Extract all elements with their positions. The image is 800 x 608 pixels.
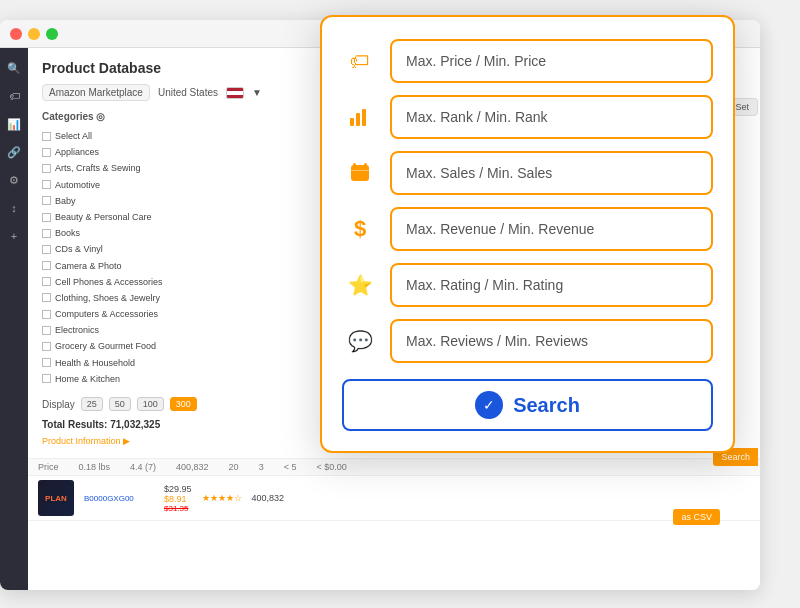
sidebar-icon-move[interactable]: ↕ — [4, 198, 24, 218]
search-button[interactable]: ✓ Search — [342, 379, 713, 431]
filter-row-rating: ⭐ Max. Rating / Min. Rating — [342, 263, 713, 307]
display-100[interactable]: 100 — [137, 397, 164, 411]
sidebar-icon-link[interactable]: 🔗 — [4, 142, 24, 162]
table-row: PLAN B0000GXG00 $29.95 $8.91 $31.35 ★★★★… — [28, 476, 760, 521]
maximize-dot[interactable] — [46, 28, 58, 40]
sidebar-icon-chart[interactable]: 📊 — [4, 114, 24, 134]
revenue-label: Max. Revenue / Min. Revenue — [406, 221, 594, 237]
rating-input[interactable]: Max. Rating / Min. Rating — [390, 263, 713, 307]
display-50[interactable]: 50 — [109, 397, 131, 411]
reviews-label: Max. Reviews / Min. Reviews — [406, 333, 588, 349]
sidebar-icon-tag[interactable]: 🏷 — [4, 86, 24, 106]
display-25[interactable]: 25 — [81, 397, 103, 411]
filter-row-reviews: 💬 Max. Reviews / Min. Reviews — [342, 319, 713, 363]
price-label: Max. Price / Min. Price — [406, 53, 546, 69]
rating-icon: ⭐ — [342, 267, 378, 303]
download-csv-button[interactable]: as CSV — [673, 509, 720, 525]
sidebar-icon-gear[interactable]: ⚙ — [4, 170, 24, 190]
marketplace-select[interactable]: Amazon Marketplace — [42, 84, 150, 101]
asin-cell: B0000GXG00 — [84, 494, 154, 503]
display-300[interactable]: 300 — [170, 397, 197, 411]
sidebar-icon-add[interactable]: + — [4, 226, 24, 246]
table-header: Price 0.18 lbs 4.4 (7) 400,832 20 3 < 5 … — [28, 458, 760, 476]
reviews-input[interactable]: Max. Reviews / Min. Reviews — [390, 319, 713, 363]
dropdown-icon: ▼ — [252, 87, 262, 98]
rating-label: Max. Rating / Min. Rating — [406, 277, 563, 293]
search-button-label: Search — [513, 394, 580, 417]
filter-popup: 🏷 Max. Price / Min. Price Max. Rank / Mi… — [320, 15, 735, 453]
price-cell: $29.95 $8.91 $31.35 — [164, 484, 192, 513]
sidebar-icon-search[interactable]: 🔍 — [4, 58, 24, 78]
sales-input[interactable]: Max. Sales / Min. Sales — [390, 151, 713, 195]
svg-rect-2 — [362, 109, 366, 126]
sales-icon — [342, 155, 378, 191]
rating-cell: ★★★★☆ — [202, 493, 242, 503]
reviews-cell: 400,832 — [252, 493, 285, 503]
filter-row-price: 🏷 Max. Price / Min. Price — [342, 39, 713, 83]
svg-rect-1 — [356, 113, 360, 126]
product-thumbnail: PLAN — [38, 480, 74, 516]
svg-rect-5 — [353, 163, 356, 168]
svg-rect-0 — [350, 118, 354, 126]
country-label: United States — [158, 87, 218, 98]
svg-rect-6 — [364, 163, 367, 168]
rank-input[interactable]: Max. Rank / Min. Rank — [390, 95, 713, 139]
flag-icon — [226, 87, 244, 99]
price-sale: $31.35 — [164, 504, 192, 513]
stars-icon: ★★★★☆ — [202, 493, 242, 503]
price-current: $29.95 — [164, 484, 192, 494]
asin-value[interactable]: B0000GXG00 — [84, 494, 154, 503]
svg-rect-7 — [351, 170, 369, 171]
filter-row-sales: Max. Sales / Min. Sales — [342, 151, 713, 195]
price-input[interactable]: Max. Price / Min. Price — [390, 39, 713, 83]
reviews-icon: 💬 — [342, 323, 378, 359]
search-checkmark-icon: ✓ — [475, 391, 503, 419]
price-prev: $8.91 — [164, 494, 192, 504]
minimize-dot[interactable] — [28, 28, 40, 40]
rank-icon — [342, 99, 378, 135]
close-dot[interactable] — [10, 28, 22, 40]
filter-row-revenue: $ Max. Revenue / Min. Revenue — [342, 207, 713, 251]
price-icon: 🏷 — [342, 43, 378, 79]
filter-row-rank: Max. Rank / Min. Rank — [342, 95, 713, 139]
revenue-icon: $ — [342, 211, 378, 247]
display-label: Display — [42, 399, 75, 410]
rank-label: Max. Rank / Min. Rank — [406, 109, 548, 125]
revenue-input[interactable]: Max. Revenue / Min. Revenue — [390, 207, 713, 251]
sidebar: 🔍 🏷 📊 🔗 ⚙ ↕ + — [0, 48, 28, 590]
sales-label: Max. Sales / Min. Sales — [406, 165, 552, 181]
